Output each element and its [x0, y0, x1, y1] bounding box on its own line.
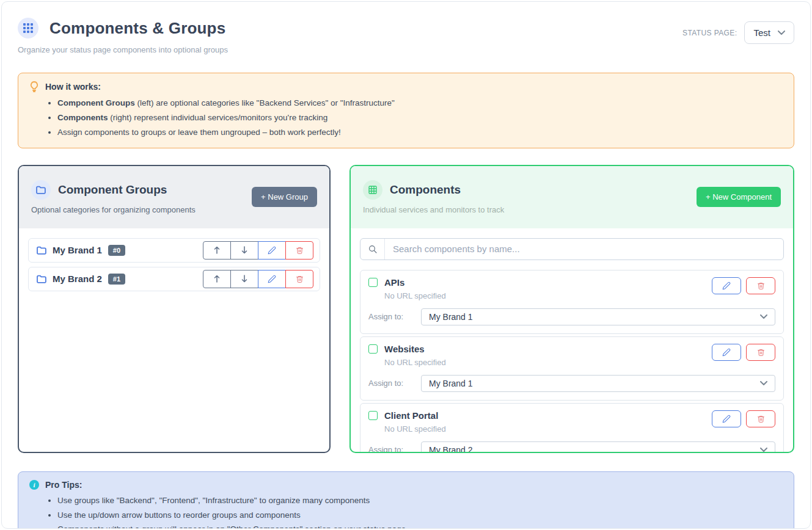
components-panel-header: Components Individual services and monit… — [351, 166, 793, 228]
assign-group-select[interactable]: My Brand 1 — [421, 308, 775, 325]
components-panel: Components Individual services and monit… — [349, 165, 794, 453]
pro-tips-box: i Pro Tips: Use groups like "Backend", "… — [18, 471, 794, 529]
assign-to-label: Assign to: — [368, 312, 421, 321]
assign-group-select[interactable]: My Brand 2 — [421, 441, 775, 453]
edit-group-button[interactable] — [258, 270, 286, 288]
groups-panel-subtitle: Optional categories for organizing compo… — [31, 205, 196, 214]
groups-list: My Brand 1 #0 My Brand 2 #1 — [19, 228, 329, 305]
info-icon: i — [29, 480, 39, 490]
edit-component-button[interactable] — [712, 277, 741, 294]
component-checkbox[interactable] — [368, 411, 378, 420]
status-page-label: STATUS PAGE: — [682, 29, 737, 37]
status-page-select[interactable]: Test — [744, 21, 794, 44]
delete-group-button[interactable] — [285, 241, 313, 260]
delete-component-button[interactable] — [746, 344, 775, 361]
assign-group-select[interactable]: My Brand 1 — [421, 375, 775, 392]
edit-group-button[interactable] — [258, 241, 286, 260]
chevron-down-icon — [760, 448, 767, 452]
move-down-button[interactable] — [230, 270, 258, 288]
page-title: Components & Groups — [49, 19, 225, 38]
trash-icon — [757, 415, 765, 423]
component-checkbox[interactable] — [368, 278, 378, 287]
arrow-down-icon — [241, 246, 248, 254]
tip-bullet: Use groups like "Backend", "Frontend", "… — [57, 495, 783, 507]
status-page-value: Test — [753, 27, 770, 38]
how-it-works-title: How it works: — [45, 82, 101, 92]
components-panel-title: Components — [390, 183, 461, 197]
component-card: Client Portal No URL specified Assign to… — [360, 403, 784, 453]
how-it-works-list: Component Groups (left) are optional cat… — [57, 98, 783, 139]
component-groups-panel: Component Groups Optional categories for… — [18, 165, 331, 453]
how-bullet: Components (right) represent individual … — [57, 112, 783, 124]
component-card: Websites No URL specified Assign to: My … — [360, 336, 784, 401]
component-checkbox[interactable] — [368, 344, 378, 354]
component-actions — [712, 277, 775, 294]
page-subtitle: Organize your status page components int… — [18, 45, 228, 54]
arrow-up-icon — [213, 275, 221, 283]
edit-component-button[interactable] — [712, 410, 741, 427]
groups-panel-header: Component Groups Optional categories for… — [19, 166, 329, 228]
move-up-button[interactable] — [203, 270, 231, 288]
pencil-icon — [722, 348, 731, 357]
edit-component-button[interactable] — [712, 344, 741, 361]
delete-component-button[interactable] — [746, 410, 775, 427]
component-card: APIs No URL specified Assign to: My Bran… — [360, 270, 784, 334]
panels-row: Component Groups Optional categories for… — [18, 165, 794, 453]
component-name: Websites — [384, 344, 425, 354]
group-row: My Brand 2 #1 — [28, 267, 320, 291]
lightbulb-icon — [29, 81, 39, 92]
trash-icon — [757, 281, 765, 290]
chevron-down-icon — [760, 381, 767, 385]
move-up-button[interactable] — [203, 241, 231, 260]
how-it-works-box: How it works: Component Groups (left) ar… — [18, 73, 794, 148]
delete-component-button[interactable] — [746, 277, 775, 294]
header-left: Components & Groups Organize your status… — [18, 18, 228, 54]
how-bullet: Component Groups (left) are optional cat… — [57, 98, 783, 109]
folder-icon — [37, 246, 46, 255]
assign-to-label: Assign to: — [368, 445, 421, 453]
pencil-icon — [268, 275, 276, 283]
trash-icon — [296, 275, 304, 283]
tip-bullet: Use the up/down arrow buttons to reorder… — [57, 510, 783, 521]
component-search-bar — [360, 238, 784, 260]
move-down-button[interactable] — [230, 241, 258, 260]
page-header: Components & Groups Organize your status… — [18, 18, 794, 54]
new-component-button[interactable]: + New Component — [697, 187, 781, 207]
status-page-selector: STATUS PAGE: Test — [682, 21, 794, 44]
assigned-group-value: My Brand 1 — [429, 379, 473, 388]
group-actions — [203, 241, 313, 260]
component-url-note: No URL specified — [384, 424, 446, 434]
search-input[interactable] — [385, 239, 783, 260]
component-name: Client Portal — [384, 410, 438, 421]
groups-panel-title: Component Groups — [58, 183, 167, 197]
pencil-icon — [722, 415, 731, 423]
new-group-button[interactable]: + New Group — [252, 187, 317, 207]
folder-icon — [31, 180, 51, 200]
component-url-note: No URL specified — [384, 358, 446, 367]
table-grid-icon — [363, 180, 382, 200]
pencil-icon — [268, 246, 276, 255]
delete-group-button[interactable] — [285, 270, 313, 288]
component-url-note: No URL specified — [384, 291, 446, 300]
component-actions — [712, 410, 775, 427]
page-container: Components & Groups Organize your status… — [1, 1, 811, 529]
assign-to-label: Assign to: — [368, 379, 421, 388]
group-order-badge: #1 — [108, 274, 125, 285]
how-bullet: Assign components to groups or leave the… — [57, 127, 783, 139]
assigned-group-value: My Brand 2 — [429, 445, 473, 453]
components-grid-icon — [18, 18, 38, 38]
group-row: My Brand 1 #0 — [28, 238, 320, 263]
trash-icon — [296, 246, 304, 255]
group-name: My Brand 2 — [53, 274, 102, 284]
folder-icon — [37, 275, 46, 283]
chevron-down-icon — [778, 31, 785, 35]
group-actions — [203, 270, 313, 288]
components-panel-subtitle: Individual services and monitors to trac… — [363, 205, 504, 214]
chevron-down-icon — [760, 314, 767, 319]
group-name: My Brand 1 — [53, 245, 102, 255]
component-actions — [712, 344, 775, 361]
group-order-badge: #0 — [108, 245, 125, 256]
search-icon — [360, 239, 385, 260]
pencil-icon — [722, 281, 731, 290]
pro-tips-title: Pro Tips: — [45, 480, 82, 490]
